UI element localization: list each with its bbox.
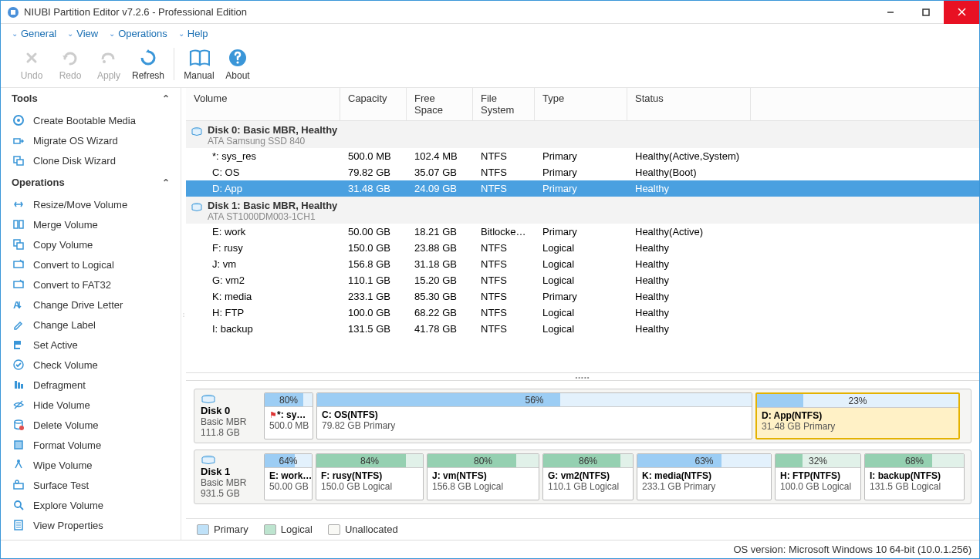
refresh-button[interactable]: Refresh xyxy=(129,45,167,83)
sidebar-ops-header[interactable]: Operations⌃ xyxy=(1,172,181,193)
minimize-button[interactable] xyxy=(873,1,908,24)
partition-label: H: FTP(NTFS) xyxy=(780,470,840,481)
maximize-button[interactable] xyxy=(908,1,944,24)
partition-label: *: sy… xyxy=(277,409,306,420)
volume-row[interactable]: C: OS 79.82 GB 35.07 GB NTFS Primary Hea… xyxy=(186,164,979,180)
sidebar-item-label: Change Drive Letter xyxy=(33,299,123,311)
partition-usage: 84% xyxy=(360,456,379,466)
cell-type: Logical xyxy=(535,241,627,255)
op-icon xyxy=(12,358,25,372)
sidebar-op-item[interactable]: Change Label xyxy=(1,315,181,335)
sidebar-op-item[interactable]: Delete Volume xyxy=(1,415,181,435)
cell-volume: *: sys_res xyxy=(186,149,340,163)
partition-usage: 63% xyxy=(694,456,713,466)
volume-row[interactable]: J: vm 156.8 GB 31.18 GB NTFS Logical Hea… xyxy=(186,256,979,272)
volume-row[interactable]: *: sys_res 500.0 MB 102.4 MB NTFS Primar… xyxy=(186,148,979,164)
manual-button[interactable]: Manual xyxy=(181,45,218,83)
partition-block[interactable]: 64% E: work…50.00 GB xyxy=(264,453,313,500)
apply-button[interactable]: Apply xyxy=(90,45,127,83)
menu-view[interactable]: ⌄View xyxy=(63,26,103,41)
sidebar-tool-item[interactable]: Clone Disk Wizard xyxy=(1,150,181,170)
undo-icon xyxy=(21,47,42,69)
sidebar-tool-item[interactable]: Migrate OS Wizard xyxy=(1,130,181,150)
horizontal-splitter[interactable]: ••••• xyxy=(186,373,979,381)
partition-block[interactable]: 63% K: media(NTFS)233.1 GB Primary xyxy=(637,453,772,500)
sidebar-op-item[interactable]: Check Volume xyxy=(1,355,181,375)
volume-table: Volume Capacity Free Space File System T… xyxy=(186,88,979,373)
menu-operations[interactable]: ⌄Operations xyxy=(104,26,172,41)
menu-general[interactable]: ⌄General xyxy=(7,26,61,41)
disk-info[interactable]: Disk 0 Basic MBR 111.8 GB xyxy=(194,389,264,443)
sidebar-op-item[interactable]: Merge Volume xyxy=(1,214,181,234)
about-button[interactable]: About xyxy=(219,45,256,83)
volume-row[interactable]: D: App 31.48 GB 24.09 GB NTFS Primary He… xyxy=(186,180,979,197)
sidebar-op-item[interactable]: Format Volume xyxy=(1,435,181,455)
col-fs[interactable]: File System xyxy=(473,88,535,120)
volume-row[interactable]: E: work 50.00 GB 18.21 GB Bitlocker E… P… xyxy=(186,224,979,240)
sidebar-op-item[interactable]: Wipe Volume xyxy=(1,455,181,475)
partition-block[interactable]: 86% G: vm2(NTFS)110.1 GB Logical xyxy=(542,453,634,500)
sidebar-op-item[interactable]: Resize/Move Volume xyxy=(1,194,181,214)
sidebar-op-item[interactable]: View Properties xyxy=(1,515,181,535)
sidebar-op-item[interactable]: Explore Volume xyxy=(1,495,181,515)
col-free[interactable]: Free Space xyxy=(407,88,473,120)
legend: Primary Logical Unallocated xyxy=(186,518,979,540)
sidebar-item-label: Resize/Move Volume xyxy=(33,199,127,210)
op-icon xyxy=(12,438,25,452)
cell-capacity: 79.82 GB xyxy=(340,165,407,180)
cell-type: Primary xyxy=(535,289,627,304)
undo-button[interactable]: Undo xyxy=(13,45,50,83)
sidebar-item-label: Copy Volume xyxy=(33,239,93,251)
sidebar-op-item[interactable]: Surface Test xyxy=(1,475,181,495)
volume-row[interactable]: G: vm2 110.1 GB 15.20 GB NTFS Logical He… xyxy=(186,272,979,288)
col-type[interactable]: Type xyxy=(535,88,627,120)
disk-icon xyxy=(201,394,216,405)
disc-icon xyxy=(12,113,25,127)
partition-block[interactable]: 23% D: App(NTFS)31.48 GB Primary xyxy=(755,392,960,439)
partition-block[interactable]: 80% J: vm(NTFS)156.8 GB Logical xyxy=(427,453,539,500)
sidebar-op-item[interactable]: Defragment xyxy=(1,375,181,395)
redo-button[interactable]: Redo xyxy=(52,45,89,83)
disk-header[interactable]: Disk 1: Basic MBR, HealthyATA ST1000DM00… xyxy=(186,197,979,224)
cell-free: 102.4 MB xyxy=(407,149,473,163)
sidebar-op-item[interactable]: Convert to FAT32 xyxy=(1,274,181,295)
partition-block[interactable]: 80% ⚑*: sy…500.0 MB xyxy=(264,392,313,439)
refresh-icon xyxy=(137,47,159,69)
sidebar-op-item[interactable]: Hide Volume xyxy=(1,395,181,415)
sidebar-op-item[interactable]: Convert to Logical xyxy=(1,254,181,274)
partition-block[interactable]: 32% H: FTP(NTFS)100.0 GB Logical xyxy=(775,453,861,500)
partition-block[interactable]: 68% I: backup(NTFS)131.5 GB Logical xyxy=(864,453,965,500)
cell-capacity: 110.1 GB xyxy=(340,273,407,288)
sidebar: Tools⌃ Create Bootable Media Migrate OS … xyxy=(1,88,181,540)
col-volume[interactable]: Volume xyxy=(186,88,340,120)
partition-usage: 32% xyxy=(809,456,827,466)
cell-fs: NTFS xyxy=(473,322,535,336)
op-icon xyxy=(12,278,25,291)
cell-volume: H: FTP xyxy=(186,305,340,320)
sidebar-op-item[interactable]: Copy Volume xyxy=(1,234,181,254)
svg-line-26 xyxy=(15,401,22,409)
menu-help[interactable]: ⌄Help xyxy=(174,26,213,41)
volume-row[interactable]: I: backup 131.5 GB 41.78 GB NTFS Logical… xyxy=(186,321,979,337)
sidebar-item-label: Merge Volume xyxy=(33,219,98,231)
volume-row[interactable]: K: media 233.1 GB 85.30 GB NTFS Primary … xyxy=(186,288,979,305)
cell-status: Healthy xyxy=(627,181,751,196)
disk-header[interactable]: Disk 0: Basic MBR, HealthyATA Samsung SS… xyxy=(186,121,979,148)
sidebar-op-item[interactable]: Set Active xyxy=(1,335,181,355)
sidebar-item-label: Clone Disk Wizard xyxy=(33,155,116,167)
partition-block[interactable]: 56% C: OS(NTFS)79.82 GB Primary xyxy=(316,392,752,439)
col-capacity[interactable]: Capacity xyxy=(340,88,407,120)
partition-block[interactable]: 84% F: rusy(NTFS)150.0 GB Logical xyxy=(316,453,424,500)
cell-status: Healthy xyxy=(627,289,751,304)
cell-status: Healthy xyxy=(627,305,751,320)
volume-row[interactable]: H: FTP 100.0 GB 68.22 GB NTFS Logical He… xyxy=(186,305,979,321)
sidebar-item-label: Migrate OS Wizard xyxy=(33,135,118,146)
sidebar-op-item[interactable]: A Change Drive Letter xyxy=(1,295,181,315)
sidebar-tool-item[interactable]: Create Bootable Media xyxy=(1,110,181,130)
disk-info[interactable]: Disk 1 Basic MBR 931.5 GB xyxy=(194,450,264,503)
sidebar-tools-header[interactable]: Tools⌃ xyxy=(1,88,181,109)
volume-row[interactable]: F: rusy 150.0 GB 23.88 GB NTFS Logical H… xyxy=(186,240,979,256)
close-button[interactable] xyxy=(944,1,979,24)
col-status[interactable]: Status xyxy=(627,88,751,120)
partition-sub: 233.1 GB Primary xyxy=(642,481,766,492)
